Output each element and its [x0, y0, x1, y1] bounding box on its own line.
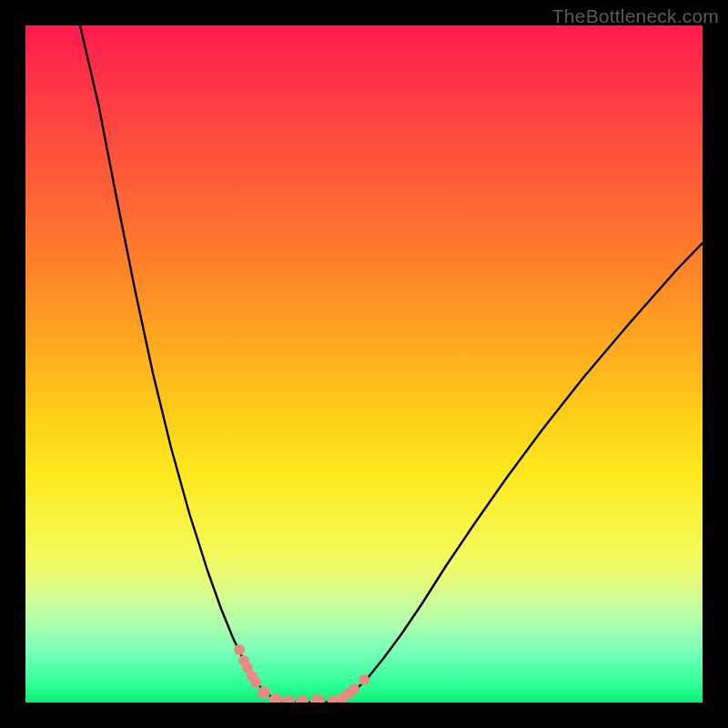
marker-dot — [310, 694, 325, 703]
chart-frame: TheBottleneck.com — [0, 0, 728, 728]
marker-dot — [296, 695, 308, 703]
marker-dot — [359, 674, 369, 685]
marker-dot — [349, 683, 359, 694]
marker-dot — [234, 644, 245, 655]
highlight-markers — [234, 644, 369, 703]
marker-dot — [258, 686, 270, 699]
watermark-text: TheBottleneck.com — [552, 5, 719, 27]
plot-area — [25, 25, 703, 703]
marker-dot — [250, 677, 261, 688]
curve-layer — [25, 25, 703, 703]
bottleneck-curve — [80, 25, 703, 703]
marker-dot — [269, 693, 282, 703]
marker-dot — [282, 695, 295, 703]
